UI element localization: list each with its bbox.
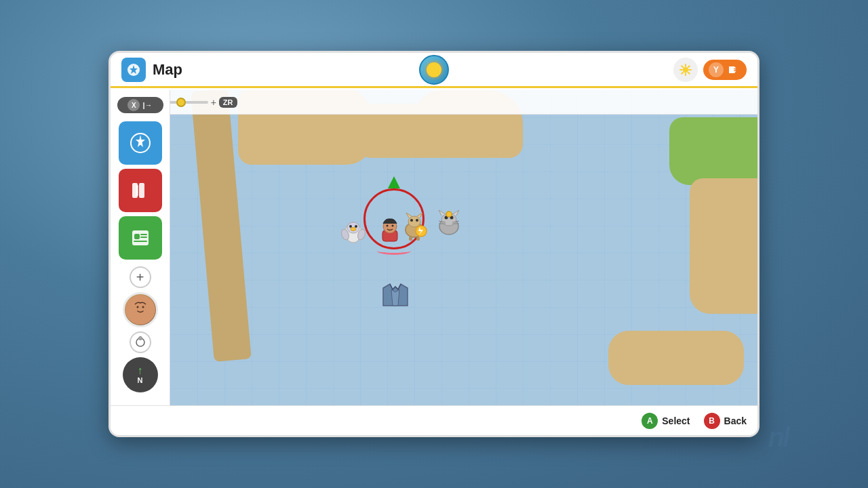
svg-line-8: [688, 66, 690, 67]
zr-badge[interactable]: ZR: [219, 97, 237, 108]
toggle-arrow: |→: [142, 101, 152, 109]
avatar-face: [125, 295, 155, 325]
svg-line-9: [682, 72, 683, 73]
zoom-plus: +: [211, 97, 216, 108]
zoom-bar: ZL − + ZR: [111, 90, 757, 115]
zoom-in-button[interactable]: +: [130, 266, 151, 288]
character-deerling: [401, 211, 428, 243]
sun-icon: [427, 62, 441, 77]
svg-point-25: [138, 337, 142, 340]
svg-point-12: [139, 142, 142, 144]
svg-point-30: [351, 228, 356, 231]
svg-point-39: [410, 219, 413, 222]
sidebar-item-trainer[interactable]: [119, 216, 162, 260]
b-back-button[interactable]: B Back: [704, 413, 747, 429]
svg-rect-14: [139, 183, 144, 198]
page-title: Map: [153, 61, 182, 79]
b-button-icon: B: [704, 413, 720, 429]
select-label: Select: [662, 415, 690, 426]
character-player: [377, 216, 403, 248]
character-meowth: [435, 209, 463, 241]
terrain-land-bottom-right: [608, 331, 744, 385]
map-area[interactable]: [170, 90, 757, 405]
watermark: nl: [768, 422, 788, 453]
svg-point-36: [392, 225, 394, 227]
header: Map: [111, 53, 757, 88]
map-canvas: [170, 90, 757, 405]
svg-rect-42: [416, 237, 420, 241]
sidebar: X |→: [111, 90, 170, 405]
svg-line-6: [682, 66, 683, 67]
terrain-land-right: [690, 178, 757, 314]
terrain-green-top: [669, 117, 757, 185]
time-display: [419, 55, 449, 85]
svg-point-1: [683, 67, 688, 73]
svg-rect-15: [136, 185, 138, 196]
sidebar-item-pokedex[interactable]: [119, 169, 162, 212]
main-content: X |→: [111, 90, 757, 405]
north-label: N: [138, 376, 143, 384]
y-button-icon: Y: [709, 62, 724, 77]
app-icon: [121, 58, 146, 82]
svg-point-38: [408, 216, 420, 227]
svg-point-35: [387, 225, 389, 227]
character-penguin: [340, 216, 367, 248]
north-compass[interactable]: ↑ N: [123, 357, 158, 392]
zoom-thumb: [176, 98, 186, 107]
svg-rect-41: [409, 237, 412, 241]
svg-point-22: [136, 306, 138, 308]
north-arrow: ↑: [138, 365, 143, 376]
brightness-button[interactable]: [673, 58, 698, 82]
map-window: Map: [108, 51, 760, 437]
header-controls: Y: [673, 58, 747, 82]
svg-line-7: [688, 72, 690, 73]
player-avatar[interactable]: [123, 292, 158, 327]
time-icon: [419, 55, 449, 85]
y-exit-button[interactable]: Y: [703, 60, 747, 80]
a-button-icon: A: [642, 413, 658, 429]
sidebar-item-map[interactable]: [119, 121, 162, 165]
svg-point-23: [142, 306, 144, 308]
svg-point-48: [446, 211, 452, 217]
svg-rect-17: [134, 234, 140, 239]
footer: A Select B Back: [111, 405, 757, 435]
back-label: Back: [724, 415, 747, 426]
a-select-button[interactable]: A Select: [642, 413, 690, 429]
x-toggle-button[interactable]: X |→: [117, 97, 163, 113]
x-button-icon: X: [127, 99, 140, 111]
map-rotate-button[interactable]: [130, 331, 151, 353]
character-jacket: [380, 280, 410, 312]
svg-point-40: [416, 219, 418, 222]
